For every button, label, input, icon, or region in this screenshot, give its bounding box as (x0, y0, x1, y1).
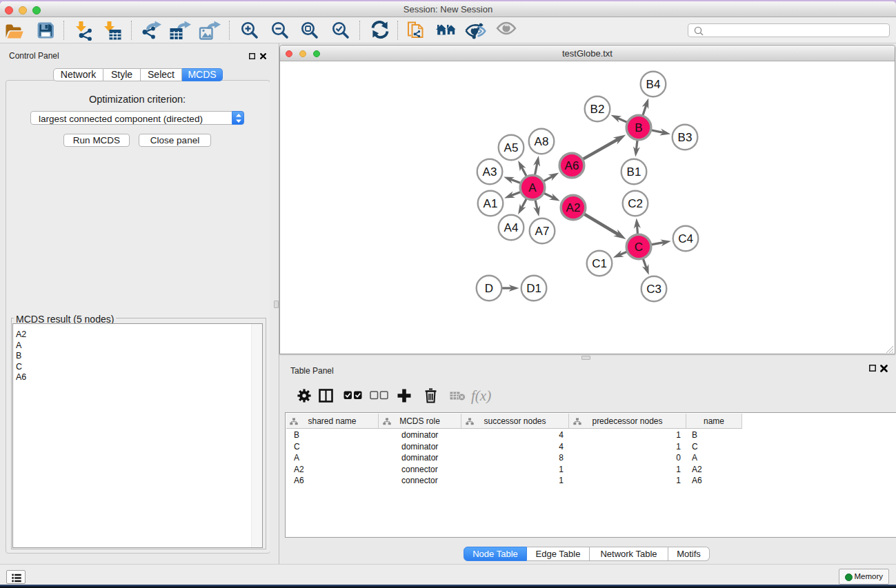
svg-text:D1: D1 (526, 282, 541, 295)
svg-text:A6: A6 (565, 159, 579, 172)
svg-text:B: B (635, 121, 642, 134)
svg-text:A8: A8 (535, 135, 549, 148)
svg-text:B4: B4 (646, 78, 661, 91)
svg-text:C1: C1 (592, 257, 607, 270)
svg-text:A3: A3 (483, 165, 497, 179)
svg-text:B2: B2 (590, 103, 605, 116)
svg-text:C: C (635, 241, 643, 254)
svg-text:C3: C3 (646, 283, 661, 296)
svg-text:D: D (485, 282, 493, 295)
svg-text:A1: A1 (484, 197, 498, 210)
svg-text:C2: C2 (628, 197, 643, 210)
svg-text:C4: C4 (678, 232, 693, 245)
svg-text:A7: A7 (535, 225, 550, 238)
svg-text:A4: A4 (504, 221, 519, 234)
svg-text:B3: B3 (678, 131, 693, 144)
svg-text:A: A (528, 181, 537, 194)
svg-text:B1: B1 (627, 165, 641, 179)
svg-text:A5: A5 (504, 141, 519, 154)
svg-text:A2: A2 (566, 201, 581, 214)
